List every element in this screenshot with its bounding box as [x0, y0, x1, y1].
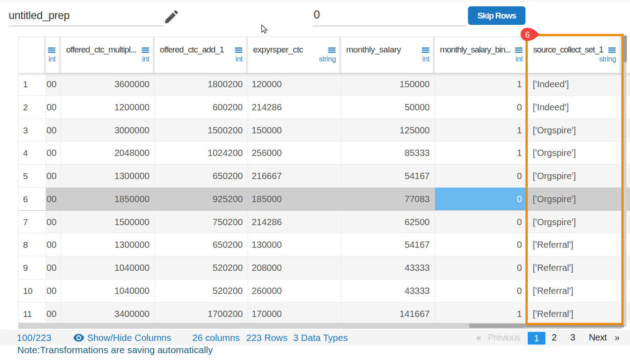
svg-text:6: 6 [525, 30, 530, 39]
